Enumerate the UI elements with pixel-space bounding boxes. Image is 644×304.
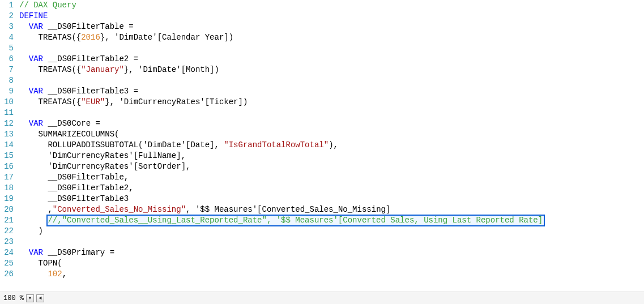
line-number: 11 [0, 108, 14, 118]
code-line[interactable]: VAR __DS0FilterTable = [19, 22, 644, 32]
code-token: 'DimCurrencyRates' [48, 151, 133, 160]
code-token: VAR [29, 119, 43, 128]
code-token: 'DimCurrencyRates' [119, 97, 204, 106]
code-line[interactable]: __DS0FilterTable, [19, 172, 644, 183]
code-token: [Ticker]) [205, 97, 248, 106]
line-number: 6 [0, 54, 14, 65]
code-token [19, 269, 48, 279]
line-number-gutter: 1234567891011121314151617181920212223242… [0, 0, 17, 290]
code-editor[interactable]: 1234567891011121314151617181920212223242… [0, 0, 644, 290]
status-bar: 100 % ▼ ◄ [0, 292, 644, 304]
code-line[interactable] [19, 237, 644, 247]
line-number: 4 [0, 32, 14, 43]
code-token: "IsGrandTotalRowTotal" [224, 140, 329, 149]
code-token [19, 22, 29, 31]
line-number: 12 [0, 118, 14, 129]
line-number: 22 [0, 226, 14, 237]
code-token [19, 248, 29, 257]
code-token: __DS0FilterTable2 = [43, 54, 138, 63]
code-token: VAR [29, 248, 43, 257]
code-token: __DS0Primary = [43, 248, 114, 257]
line-number: 3 [0, 22, 14, 32]
code-token: [SortOrder], [134, 162, 191, 171]
line-number: 10 [0, 97, 14, 108]
code-token: "January" [81, 65, 124, 74]
line-number: 21 [0, 215, 14, 226]
code-line[interactable]: ROLLUPADDISSUBTOTAL('DimDate'[Date], "Is… [19, 140, 644, 151]
code-token: ), [329, 140, 338, 149]
code-line[interactable]: DEFINE [19, 11, 644, 22]
line-number: 13 [0, 129, 14, 140]
code-area[interactable]: // DAX QueryDEFINE VAR __DS0FilterTable … [17, 0, 644, 290]
line-number: 5 [0, 43, 14, 54]
code-token: __DS0FilterTable3 = [43, 87, 138, 96]
code-line[interactable]: TOPN( [19, 258, 644, 269]
code-token: __DS0FilterTable, [19, 173, 129, 182]
line-number: 2 [0, 11, 14, 22]
code-token [19, 151, 48, 160]
code-line[interactable]: TREATAS({"January"}, 'DimDate'[Month]) [19, 65, 644, 75]
line-number: 14 [0, 140, 14, 151]
code-line[interactable]: VAR __DS0FilterTable3 = [19, 86, 644, 97]
line-number: 9 [0, 86, 14, 97]
line-number: 18 [0, 183, 14, 194]
line-number: 23 [0, 237, 14, 247]
code-line[interactable]: ,"Converted_Sales_No_Missing", '$$ Measu… [19, 204, 644, 215]
code-token: [Date], [186, 140, 224, 149]
code-line[interactable]: 'DimCurrencyRates'[FullName], [19, 151, 644, 161]
zoom-dropdown-icon[interactable]: ▼ [26, 294, 34, 302]
line-number: 26 [0, 269, 14, 280]
code-token: __DS0FilterTable3 [19, 194, 129, 203]
code-line[interactable]: VAR __DS0FilterTable2 = [19, 54, 644, 65]
code-token: 2016 [81, 33, 100, 42]
code-token: 'DimCurrencyRates' [48, 162, 133, 171]
code-token: [Calendar Year]) [157, 33, 233, 42]
code-token: 'DimDate' [114, 33, 157, 42]
code-line[interactable]: __DS0FilterTable2, [19, 183, 644, 194]
code-token: [FullName], [134, 151, 186, 160]
code-token: TREATAS({ [19, 97, 81, 106]
code-token: 'DimDate' [143, 140, 186, 149]
code-token: 'DimDate' [138, 65, 181, 74]
code-line[interactable]: TREATAS({"EUR"}, 'DimCurrencyRates'[Tick… [19, 97, 644, 108]
line-number: 1 [0, 0, 14, 11]
code-line[interactable]: 'DimCurrencyRates'[SortOrder], [19, 161, 644, 172]
code-token [19, 119, 29, 128]
code-line[interactable]: ) [19, 226, 644, 237]
line-number: 8 [0, 75, 14, 86]
code-line[interactable]: VAR __DS0Primary = [19, 247, 644, 258]
code-token: __DS0FilterTable = [43, 22, 134, 31]
code-token: ROLLUPADDISSUBTOTAL( [19, 140, 143, 149]
scroll-left-button[interactable]: ◄ [36, 294, 44, 302]
code-token: TREATAS({ [19, 65, 81, 74]
code-token: TREATAS({ [19, 33, 81, 42]
code-token: , [186, 205, 195, 214]
code-token: SUMMARIZECOLUMNS( [19, 130, 119, 139]
code-line[interactable]: // DAX Query [19, 0, 644, 11]
code-token: , [62, 269, 67, 279]
code-line[interactable]: TREATAS({2016}, 'DimDate'[Calendar Year]… [19, 32, 644, 43]
zoom-level: 100 % [3, 292, 24, 305]
code-line[interactable]: __DS0FilterTable3 [19, 194, 644, 204]
code-line[interactable] [19, 43, 644, 54]
code-token [19, 54, 29, 63]
code-token: [Converted_Sales_No_Missing] [257, 205, 390, 214]
line-number: 7 [0, 65, 14, 75]
code-token: }, [100, 33, 114, 42]
code-token [19, 87, 29, 96]
code-line[interactable]: //,"Converted_Sales__Using_Last_Reported… [19, 215, 644, 226]
code-token: [Month]) [181, 65, 219, 74]
code-token: "Converted_Sales_No_Missing" [53, 205, 186, 214]
code-token: //,"Converted_Sales__Using_Last_Reported… [48, 216, 543, 225]
code-line[interactable] [19, 108, 644, 118]
code-token: "EUR" [81, 97, 105, 106]
code-line[interactable] [19, 75, 644, 86]
code-token: VAR [29, 54, 43, 63]
line-number: 25 [0, 258, 14, 269]
line-number: 17 [0, 172, 14, 183]
code-line[interactable]: 102, [19, 269, 644, 280]
code-token: TOPN( [19, 259, 62, 268]
code-line[interactable]: VAR __DS0Core = [19, 118, 644, 129]
code-token: , [19, 205, 53, 214]
code-line[interactable]: SUMMARIZECOLUMNS( [19, 129, 644, 140]
